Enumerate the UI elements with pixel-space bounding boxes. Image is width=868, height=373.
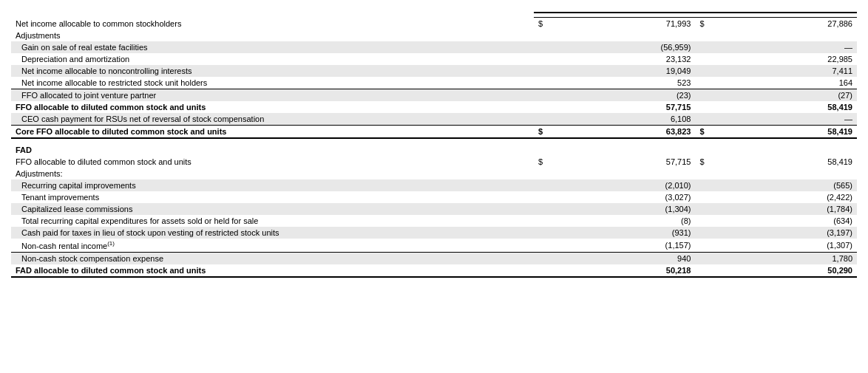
sym-2022 [534,227,563,239]
label-header [11,7,534,13]
sym-2021 [695,239,724,252]
val-2022 [563,168,696,179]
sym-2022 [534,203,563,215]
table-row: Recurring capital improvements(2,010)(56… [11,179,857,191]
sym-2021 [695,144,724,156]
sym-2022: $ [534,156,563,168]
row-label: Total recurring capital expenditures for… [11,215,534,227]
val-2022: (3,027) [563,191,696,203]
table-row: FFO allocated to joint venture partner(2… [11,89,857,102]
val-2022: 6,108 [563,113,696,126]
sym-2021 [695,53,724,65]
sym-2021 [695,264,724,277]
sym-2022 [534,41,563,53]
val-2021: — [724,41,857,53]
sym-2022 [534,264,563,277]
val-2022: 940 [563,252,696,264]
table-row: CEO cash payment for RSUs net of reversa… [11,113,857,126]
val-2021: (1,784) [724,203,857,215]
val-2021 [724,30,857,41]
row-label: Non-cash rental income(1) [11,239,534,252]
val-2021: 1,780 [724,252,857,264]
table-row: Net income allocable to restricted stock… [11,77,857,89]
row-label: FFO allocated to joint venture partner [11,89,534,102]
sym-2022 [534,53,563,65]
table-row: Depreciation and amortization23,13222,98… [11,53,857,65]
sym-2021 [695,168,724,179]
sym-2022 [534,239,563,252]
sym-2021 [695,89,724,102]
period-header [534,7,857,13]
sym-2021 [695,77,724,89]
sym-2022 [534,215,563,227]
table-row: Net income allocable to common stockhold… [11,18,857,30]
sym-2022: $ [534,18,563,30]
val-2021: 58,419 [724,156,857,168]
sym-2022 [534,168,563,179]
val-2021: (565) [724,179,857,191]
val-2022: (1,304) [563,203,696,215]
sym-2022 [534,30,563,41]
val-2021: (2,422) [724,191,857,203]
row-label: FAD [11,144,534,156]
sym-2022 [534,191,563,203]
val-2022 [563,30,696,41]
sym-2021 [695,191,724,203]
table-row: Tenant improvements(3,027)(2,422) [11,191,857,203]
table-row: Cash paid for taxes in lieu of stock upo… [11,227,857,239]
row-label: Cash paid for taxes in lieu of stock upo… [11,227,534,239]
val-2021 [724,144,857,156]
val-2022: 71,993 [563,18,696,30]
table-row: Gain on sale of real estate facilities(5… [11,41,857,53]
val-2022: 63,823 [563,126,696,139]
val-2022: (1,157) [563,239,696,252]
table-row: Net income allocable to noncontrolling i… [11,65,857,77]
row-label: FFO allocable to diluted common stock an… [11,156,534,168]
sym-2022 [534,113,563,126]
row-label: FAD allocable to diluted common stock an… [11,264,534,277]
row-label: CEO cash payment for RSUs net of reversa… [11,113,534,126]
val-2021: (1,307) [724,239,857,252]
table-row: Non-cash stock compensation expense9401,… [11,252,857,264]
val-2022: 523 [563,77,696,89]
table-row [11,138,857,144]
val-2022: (8) [563,215,696,227]
sym-2021 [695,203,724,215]
sym-2021 [695,30,724,41]
val-2022: 19,049 [563,65,696,77]
val-2022: 57,715 [563,156,696,168]
val-2021: 50,290 [724,264,857,277]
val-2022: (23) [563,89,696,102]
table-row: Adjustments [11,30,857,41]
val-2021: 58,419 [724,126,857,139]
val-2021: (3,197) [724,227,857,239]
table-row: FAD allocable to diluted common stock an… [11,264,857,277]
sym-2021 [695,101,724,113]
sym-2021 [695,65,724,77]
table-row: FFO allocable to diluted common stock an… [11,101,857,113]
sym-2021 [695,113,724,126]
val-2022: (56,959) [563,41,696,53]
sym-2021 [695,215,724,227]
sym-2021 [695,252,724,264]
row-label: Adjustments [11,30,534,41]
val-2022: 57,715 [563,101,696,113]
sym-2021: $ [695,156,724,168]
val-2022 [563,144,696,156]
main-header-row [11,7,857,13]
row-label: Net income allocable to noncontrolling i… [11,65,534,77]
val-2022: 23,132 [563,53,696,65]
row-label: Net income allocable to restricted stock… [11,77,534,89]
val-2022: (2,010) [563,179,696,191]
sym-2021 [695,41,724,53]
sym-2022 [534,65,563,77]
table-row: Non-cash rental income(1)(1,157)(1,307) [11,239,857,252]
sym-2021 [695,227,724,239]
sym-2021 [695,179,724,191]
sym-2021: $ [695,18,724,30]
row-label: Gain on sale of real estate facilities [11,41,534,53]
row-label: Adjustments: [11,168,534,179]
row-label: Tenant improvements [11,191,534,203]
val-2021: 7,411 [724,65,857,77]
sym-2022 [534,77,563,89]
